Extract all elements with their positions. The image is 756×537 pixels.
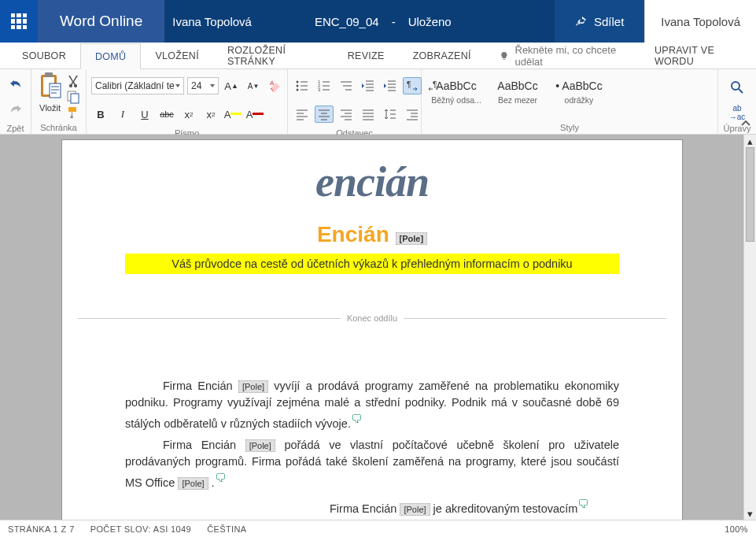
status-language[interactable]: ČEŠTINA xyxy=(207,524,246,534)
svg-rect-6 xyxy=(68,107,76,112)
highlight-button[interactable]: A xyxy=(223,106,242,123)
section-break: Konec oddílu xyxy=(78,313,666,323)
line-spacing-button[interactable] xyxy=(381,106,400,123)
indent-button[interactable] xyxy=(381,77,400,94)
app-launcher[interactable] xyxy=(0,0,38,43)
bullets-icon xyxy=(295,79,309,93)
chevron-down-icon xyxy=(210,84,215,87)
bulb-icon xyxy=(500,50,509,61)
edit-in-word[interactable]: UPRAVIT VE WORDU xyxy=(639,43,756,69)
tab-insert[interactable]: VLOŽENÍ xyxy=(141,43,213,69)
save-status: Uloženo xyxy=(408,15,452,28)
svg-text:A: A xyxy=(270,80,275,87)
tab-file[interactable]: SOUBOR xyxy=(8,43,80,69)
scrollbar-thumb[interactable] xyxy=(746,147,754,242)
chevron-down-icon xyxy=(175,84,180,87)
bold-button[interactable]: B xyxy=(91,106,110,123)
multilevel-button[interactable] xyxy=(337,77,356,94)
collapse-ribbon-icon[interactable] xyxy=(740,118,751,129)
tab-view[interactable]: ZOBRAZENÍ xyxy=(399,43,485,69)
ltr-button[interactable]: ¶ xyxy=(403,77,422,94)
font-color-button[interactable]: A xyxy=(245,106,264,123)
clear-format-button[interactable]: A xyxy=(266,77,285,94)
paste-icon xyxy=(39,72,62,99)
app-name: Word Online xyxy=(38,0,164,43)
share-label: Sdílet xyxy=(594,15,624,28)
share-icon xyxy=(575,15,588,28)
doc-owner: Ivana Topolová xyxy=(172,15,252,28)
style-sample: AaBbCc xyxy=(490,80,545,92)
field-code: [Pole] xyxy=(238,380,268,393)
paragraph: Firma Encián [Pole] je akreditovaným tes… xyxy=(125,496,619,517)
copy-icon[interactable] xyxy=(65,90,81,104)
separator: - xyxy=(392,15,396,28)
scroll-up-icon[interactable]: ▴ xyxy=(744,135,756,147)
waffle-icon xyxy=(11,13,27,29)
multilevel-icon xyxy=(339,79,353,93)
line-spacing-icon xyxy=(383,107,397,121)
grow-font-button[interactable]: A▲ xyxy=(222,77,241,94)
outdent-button[interactable] xyxy=(359,77,378,94)
align-right-button[interactable] xyxy=(337,106,356,123)
tab-layout[interactable]: ROZLOŽENÍ STRÁNKY xyxy=(213,43,334,69)
bullets-button[interactable] xyxy=(293,77,312,94)
status-zoom[interactable]: 100% xyxy=(725,524,748,534)
svg-point-9 xyxy=(297,85,299,87)
eraser-icon: A xyxy=(268,79,282,93)
font-size-select[interactable]: 24 xyxy=(187,77,219,94)
status-words[interactable]: POČET SLOV: ASI 1049 xyxy=(90,524,191,534)
share-button[interactable]: Sdílet xyxy=(555,0,644,43)
numbering-icon: 123 xyxy=(317,79,331,93)
undo-button[interactable] xyxy=(5,74,27,94)
font-name-select[interactable]: Calibri (Základní te xyxy=(91,77,184,94)
wordart: encián xyxy=(125,157,619,206)
styles-group-label: Styly xyxy=(426,120,713,134)
page[interactable]: encián Encián [Pole] Váš průvodce na ces… xyxy=(61,139,683,520)
tab-home[interactable]: DOMŮ xyxy=(80,43,141,69)
shrink-font-button[interactable]: A▼ xyxy=(244,77,263,94)
align-center-icon xyxy=(317,107,331,121)
justify-button[interactable] xyxy=(359,106,378,123)
tell-me[interactable]: Řekněte mi, co chcete udělat xyxy=(485,43,639,69)
find-icon[interactable] xyxy=(730,80,744,94)
comment-icon[interactable]: 🗨 xyxy=(351,413,362,425)
comment-icon[interactable]: 🗨 xyxy=(577,498,588,510)
superscript-button[interactable]: x2 xyxy=(201,106,220,123)
special-indent-button[interactable] xyxy=(403,106,422,123)
font-size-value: 24 xyxy=(191,80,201,91)
vertical-scrollbar[interactable]: ▴ ▾ xyxy=(743,135,756,520)
comment-icon[interactable]: 🗨 xyxy=(215,472,226,484)
svg-text:¶: ¶ xyxy=(407,80,411,89)
style-nospacing[interactable]: AaBbCc Bez mezer xyxy=(488,76,548,109)
underline-button[interactable]: U xyxy=(135,106,154,123)
numbering-button[interactable]: 123 xyxy=(315,77,334,94)
indent-icon xyxy=(383,79,397,93)
italic-button[interactable]: I xyxy=(113,106,132,123)
user-menu[interactable]: Ivana Topolová xyxy=(644,0,756,43)
style-normal[interactable]: AaBbCc Běžný odsa... xyxy=(426,76,486,109)
tab-review[interactable]: REVIZE xyxy=(334,43,399,69)
document-area[interactable]: encián Encián [Pole] Váš průvodce na ces… xyxy=(0,135,743,520)
subscript-button[interactable]: x2 xyxy=(179,106,198,123)
align-center-button[interactable] xyxy=(315,106,334,123)
paragraph: Firma Encián [Pole] pořádá ve vlastní po… xyxy=(125,437,619,491)
align-left-button[interactable] xyxy=(293,106,312,123)
strike-button[interactable]: abc xyxy=(157,106,176,123)
redo-button[interactable] xyxy=(5,99,27,120)
style-name: Běžný odsa... xyxy=(429,95,484,105)
status-page[interactable]: STRÁNKA 1 Z 7 xyxy=(8,524,75,534)
undo-icon xyxy=(9,79,22,90)
cut-icon[interactable] xyxy=(65,74,81,88)
doc-filename[interactable]: ENC_09_04 xyxy=(315,15,379,28)
svg-text:3: 3 xyxy=(318,87,321,92)
svg-rect-2 xyxy=(45,72,53,77)
svg-point-10 xyxy=(297,89,299,91)
scroll-down-icon[interactable]: ▾ xyxy=(744,507,756,520)
format-painter-icon[interactable] xyxy=(65,106,81,120)
paste-button[interactable]: Vložit xyxy=(36,72,64,113)
field-code: [Pole] xyxy=(396,232,428,245)
clipboard-group-label: Schránka xyxy=(36,120,81,134)
tell-me-text: Řekněte mi, co chcete udělat xyxy=(515,44,625,68)
style-bullets[interactable]: • AaBbCc odrážky xyxy=(549,76,609,109)
field-code: [Pole] xyxy=(400,503,430,516)
